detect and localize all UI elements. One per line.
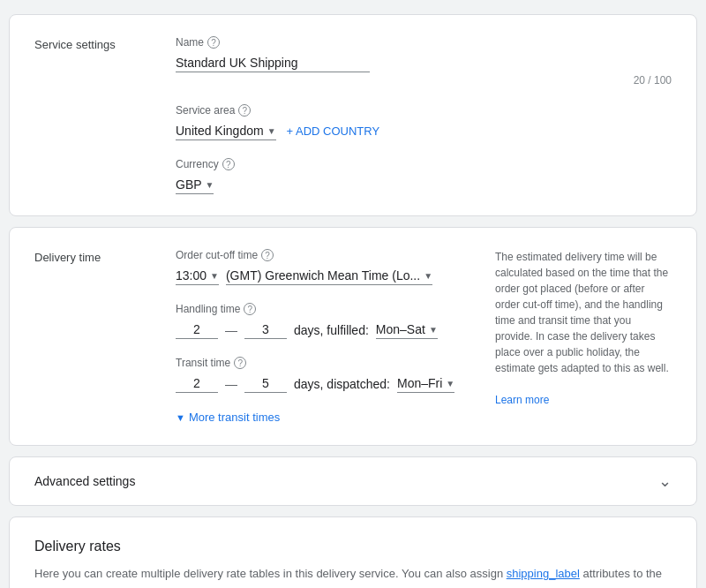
transit-help-icon[interactable]: ? [234, 357, 246, 369]
currency-field-group: Currency ? GBP ▼ [176, 158, 672, 194]
cutoff-help-icon[interactable]: ? [261, 249, 274, 261]
more-transit-chevron: ▼ [176, 412, 185, 423]
name-label: Name ? [176, 36, 672, 49]
handling-days-dropdown[interactable]: Mon–Sat ▼ [376, 320, 438, 339]
handling-row: — days, fulfilled: Mon–Sat ▼ [176, 320, 477, 339]
transit-dash: — [225, 377, 237, 391]
service-area-field-group: Service area ? United Kingdom ▼ + ADD CO… [176, 104, 672, 140]
delivery-time-main: Order cut-off time ? 13:00 ▼ (GMT) Green… [176, 249, 477, 424]
delivery-rates-card: Delivery rates Here you can create multi… [9, 516, 697, 588]
currency-dropdown-arrow: ▼ [206, 180, 214, 190]
shipping-label-link[interactable]: shipping_label [507, 567, 580, 580]
cutoff-time-row: 13:00 ▼ (GMT) Greenwich Mean Time (Lo...… [176, 267, 477, 285]
delivery-time-label: Delivery time [34, 249, 176, 264]
service-area-row: United Kingdom ▼ + ADD COUNTRY [176, 122, 672, 140]
country-dropdown-arrow: ▼ [267, 126, 276, 136]
more-transit-button[interactable]: ▼ More transit times [176, 411, 280, 424]
service-area-label: Service area ? [176, 104, 672, 117]
delivery-rates-title: Delivery rates [34, 539, 672, 554]
name-help-icon[interactable]: ? [207, 36, 220, 49]
timezone-dropdown[interactable]: (GMT) Greenwich Mean Time (Lo... ▼ [226, 267, 432, 285]
char-count: 20 / 100 [176, 74, 672, 87]
advanced-settings-card[interactable]: Advanced settings ⌄ [9, 456, 697, 506]
cutoff-field-group: Order cut-off time ? 13:00 ▼ (GMT) Green… [176, 249, 477, 285]
service-settings-card: Service settings Name ? 20 / 100 Service… [9, 14, 697, 216]
transit-field-group: Transit time ? — days, dispatched: Mon–F… [176, 357, 477, 393]
transit-row: — days, dispatched: Mon–Fri ▼ [176, 374, 477, 393]
transit-suffix: days, dispatched: [294, 377, 390, 391]
handling-min-input[interactable] [176, 320, 218, 339]
transit-days-dropdown[interactable]: Mon–Fri ▼ [397, 374, 454, 393]
advanced-settings-chevron: ⌄ [658, 471, 672, 491]
service-settings-content: Name ? 20 / 100 Service area ? United Ki… [176, 36, 672, 194]
handling-max-input[interactable] [244, 320, 287, 339]
service-settings-label: Service settings [34, 36, 176, 51]
transit-min-input[interactable] [176, 374, 218, 393]
country-dropdown[interactable]: United Kingdom ▼ [176, 122, 276, 140]
transit-label: Transit time ? [176, 357, 477, 369]
add-country-button[interactable]: + ADD COUNTRY [287, 124, 380, 138]
delivery-time-card: Delivery time Order cut-off time ? 13:00… [9, 227, 697, 446]
delivery-info-panel: The estimated delivery time will be calc… [477, 249, 672, 408]
delivery-time-row: Delivery time Order cut-off time ? 13:00… [34, 249, 672, 424]
cutoff-label: Order cut-off time ? [176, 249, 477, 261]
timezone-arrow: ▼ [424, 271, 432, 281]
transit-max-input[interactable] [244, 374, 287, 393]
handling-days-arrow: ▼ [429, 325, 438, 335]
handling-help-icon[interactable]: ? [244, 303, 256, 315]
currency-dropdown[interactable]: GBP ▼ [176, 176, 214, 194]
advanced-settings-label: Advanced settings [34, 474, 135, 488]
currency-help-icon[interactable]: ? [222, 158, 235, 170]
transit-days-arrow: ▼ [446, 379, 454, 388]
cutoff-time-arrow: ▼ [210, 271, 219, 281]
currency-label: Currency ? [176, 158, 672, 170]
learn-more-link[interactable]: Learn more [495, 394, 549, 406]
handling-field-group: Handling time ? — days, fulfilled: Mon–S… [176, 303, 477, 339]
name-field-group: Name ? 20 / 100 [176, 36, 672, 87]
handling-dash: — [225, 323, 237, 337]
cutoff-time-dropdown[interactable]: 13:00 ▼ [176, 267, 219, 285]
delivery-rates-description: Here you can create multiple delivery ra… [34, 565, 672, 588]
handling-label: Handling time ? [176, 303, 477, 315]
name-input[interactable] [176, 54, 370, 72]
service-area-help-icon[interactable]: ? [238, 104, 251, 117]
handling-suffix: days, fulfilled: [294, 323, 369, 337]
